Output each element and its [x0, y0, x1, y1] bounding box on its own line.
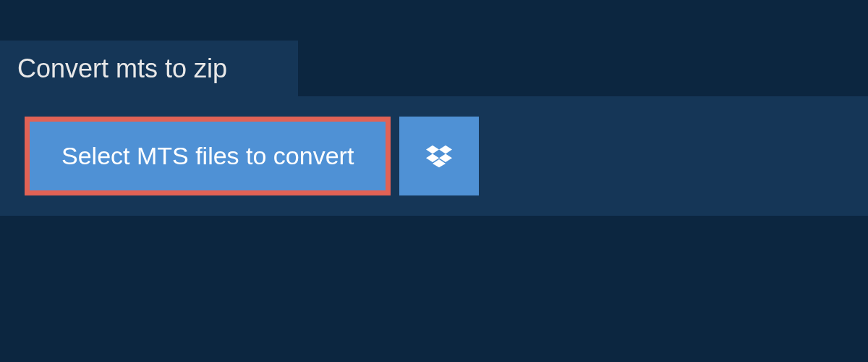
file-select-group: Select MTS files to convert — [25, 117, 868, 195]
conversion-panel: Select MTS files to convert — [0, 96, 868, 216]
conversion-tab[interactable]: Convert mts to zip — [0, 41, 298, 97]
dropbox-icon — [426, 145, 452, 168]
select-files-label: Select MTS files to convert — [61, 142, 354, 170]
dropbox-button[interactable] — [399, 117, 479, 195]
select-files-button[interactable]: Select MTS files to convert — [25, 117, 391, 195]
tab-title: Convert mts to zip — [17, 54, 227, 83]
